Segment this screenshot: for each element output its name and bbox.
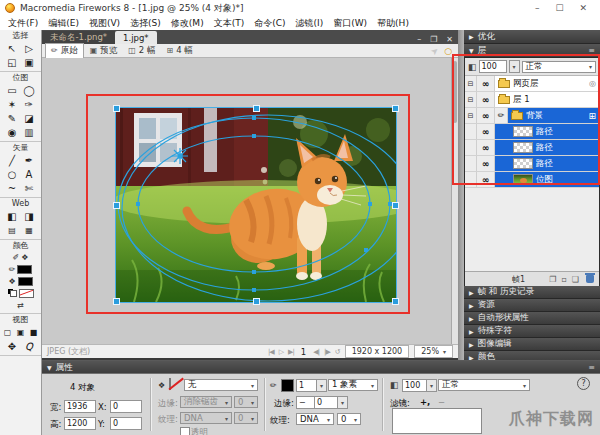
- document-tab-1jpg[interactable]: 1.jpg*: [115, 31, 157, 44]
- stroke-tip-caret[interactable]: ▾: [316, 379, 327, 392]
- fill-type-select[interactable]: 无▾: [184, 379, 258, 391]
- expand-icon[interactable]: ⊟: [465, 108, 477, 123]
- blur-tool-icon[interactable]: ◉: [4, 125, 21, 139]
- menu-text[interactable]: 文本(T): [214, 17, 245, 30]
- previous-frame-button[interactable]: ◀|: [313, 348, 319, 356]
- rubber-stamp-tool-icon[interactable]: ▥: [21, 125, 38, 139]
- kitten-photo[interactable]: [116, 108, 396, 302]
- help-button[interactable]: ?: [577, 377, 590, 390]
- expand-icon[interactable]: ⊟: [465, 76, 477, 91]
- loop-button[interactable]: ↺: [335, 348, 340, 356]
- object-row-path-2[interactable]: ∞ 路径: [465, 140, 599, 156]
- crop-tool-icon[interactable]: ▣: [21, 55, 38, 69]
- new-layer-icon[interactable]: ❏: [572, 275, 579, 284]
- menu-modify[interactable]: 修改(M): [171, 17, 204, 30]
- view-mode-preview[interactable]: ▣ 预览: [85, 44, 123, 58]
- zoom-level-dropdown[interactable]: 25% ▾: [414, 345, 453, 358]
- fill-color-swatch[interactable]: [169, 378, 171, 390]
- menu-filters[interactable]: 滤镜(I): [296, 17, 324, 30]
- frames-history-panel-header[interactable]: ▶ 帧 和 历史记录: [464, 286, 600, 299]
- layer-row-web-layer[interactable]: ⊟ ∞ 网页层 ◎: [465, 76, 599, 92]
- visibility-eye-icon[interactable]: ∞: [477, 76, 495, 91]
- menu-select[interactable]: 选择(S): [130, 17, 161, 30]
- layer-row-layer1[interactable]: ⊟ ∞ 层 1: [465, 92, 599, 108]
- paint-bucket-tool-icon[interactable]: ❖: [21, 253, 28, 262]
- subselection-tool-icon[interactable]: ▷: [21, 41, 38, 55]
- stroke-category-select[interactable]: 1 象素▾: [328, 379, 378, 391]
- selection-handle-ne[interactable]: [392, 105, 399, 112]
- share-layer-icon[interactable]: ◎: [589, 79, 596, 88]
- selection-handle-w[interactable]: [113, 202, 120, 209]
- visibility-eye-icon[interactable]: ∞: [477, 108, 495, 123]
- menu-help[interactable]: 帮助(H): [377, 17, 409, 30]
- menu-window[interactable]: 窗口(W): [333, 17, 367, 30]
- swap-colors-icon[interactable]: ⇄: [17, 301, 24, 310]
- magic-wand-tool-icon[interactable]: ✶: [4, 97, 21, 111]
- doc-minimize-button[interactable]: –: [417, 35, 421, 44]
- panel-menu-icon[interactable]: ≡: [588, 363, 595, 372]
- view-mode-2up[interactable]: ◫ 2 幅: [123, 44, 160, 58]
- eraser-tool-icon[interactable]: ◪: [21, 111, 38, 125]
- selection-handle-s[interactable]: [253, 298, 260, 305]
- menu-edit[interactable]: 编辑(E): [48, 17, 79, 30]
- full-screen-mode-icon[interactable]: ■: [27, 325, 40, 339]
- blend-mode-select[interactable]: 正常▾: [522, 61, 596, 73]
- visibility-eye-icon[interactable]: ∞: [477, 92, 495, 107]
- anchor-star-handle[interactable]: [172, 148, 188, 164]
- assets-panel-header[interactable]: ▶ 资源: [464, 299, 600, 312]
- marquee-tool-icon[interactable]: ▭: [4, 83, 21, 97]
- panel-menu-icon[interactable]: ≡: [588, 46, 595, 55]
- stroke-color-swatch[interactable]: [281, 379, 294, 392]
- visibility-eye-icon[interactable]: ∞: [477, 124, 495, 139]
- menu-file[interactable]: 文件(F): [8, 17, 38, 30]
- height-input[interactable]: 1200: [64, 417, 96, 430]
- object-row-path-3[interactable]: ∞ 路径: [465, 156, 599, 172]
- selection-handle-e[interactable]: [392, 202, 399, 209]
- canvas-area[interactable]: [42, 58, 458, 344]
- opacity-input[interactable]: 100: [479, 60, 507, 73]
- fill-color-swatch[interactable]: [18, 277, 33, 286]
- freeform-tool-icon[interactable]: ~: [4, 181, 21, 195]
- text-tool-icon[interactable]: A: [21, 167, 38, 181]
- close-button[interactable]: ✕: [579, 3, 587, 13]
- first-frame-button[interactable]: |◀: [268, 348, 274, 356]
- standard-screen-mode-icon[interactable]: ▢: [1, 325, 14, 339]
- visibility-eye-icon[interactable]: ∞: [477, 172, 495, 187]
- selection-handle-n[interactable]: [253, 105, 260, 112]
- minimize-button[interactable]: –: [535, 3, 540, 13]
- hide-slices-tool-icon[interactable]: ▤: [4, 223, 21, 237]
- slice-tool-icon[interactable]: ◨: [21, 209, 38, 223]
- visibility-eye-icon[interactable]: ∞: [477, 156, 495, 171]
- doc-restore-button[interactable]: ❐: [430, 35, 437, 44]
- object-row-path-1[interactable]: ∞ 路径: [465, 124, 599, 140]
- image-editing-panel-header[interactable]: ▶ 图像编辑: [464, 338, 600, 351]
- width-input[interactable]: 1936: [64, 400, 96, 413]
- filters-list[interactable]: [392, 408, 482, 434]
- object-row-bitmap[interactable]: ∞ 位图: [465, 172, 599, 188]
- lasso-tool-icon[interactable]: ◯: [21, 83, 38, 97]
- canvas-vertical-scrollbar[interactable]: [451, 58, 458, 344]
- pen-tool-icon[interactable]: ✒: [21, 153, 38, 167]
- new-bitmap-icon[interactable]: ▫: [561, 275, 566, 284]
- play-button[interactable]: ▷: [279, 348, 283, 356]
- stroke-edge-caret[interactable]: ▾: [337, 396, 348, 409]
- last-frame-button[interactable]: ▶|: [288, 348, 294, 356]
- view-mode-4up[interactable]: ⊞ 4 幅: [161, 44, 197, 58]
- stroke-texture-select[interactable]: DNA▾: [296, 413, 334, 425]
- maximize-button[interactable]: ☐: [555, 3, 563, 13]
- no-color-icon[interactable]: [19, 289, 34, 298]
- add-filter-button[interactable]: +,: [420, 397, 430, 407]
- object-opacity-caret[interactable]: ▾: [426, 379, 437, 392]
- doc-close-button[interactable]: ✕: [446, 35, 453, 44]
- show-slices-tool-icon[interactable]: ▦: [21, 223, 38, 237]
- remove-filter-button[interactable]: −: [438, 397, 445, 407]
- distribute-to-frames-icon[interactable]: ❐: [549, 275, 556, 284]
- hand-tool-icon[interactable]: ✥: [4, 339, 21, 353]
- add-mask-icon[interactable]: ⊞: [588, 111, 596, 121]
- default-colors-icon[interactable]: [8, 289, 17, 297]
- special-characters-panel-header[interactable]: ▶ 特殊字符: [464, 325, 600, 338]
- x-input[interactable]: 0: [110, 400, 142, 413]
- eyedropper-tool-icon[interactable]: ✐: [13, 253, 20, 262]
- autoshape-properties-panel-header[interactable]: ▶ 自动形状属性: [464, 312, 600, 325]
- pencil-tool-icon[interactable]: ✎: [4, 111, 21, 125]
